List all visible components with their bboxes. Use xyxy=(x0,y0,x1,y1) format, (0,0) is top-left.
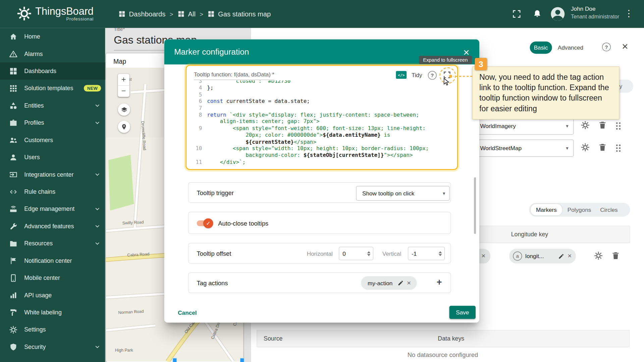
sidebar-item-white-labeling[interactable]: White labeling xyxy=(0,304,105,321)
tab-basic[interactable]: Basic xyxy=(530,42,552,54)
chevron-down-icon xyxy=(94,171,101,178)
sidebar-item-security[interactable]: Security xyxy=(0,338,105,355)
layer-settings-gear-icon[interactable] xyxy=(581,121,590,130)
layer-drag-handle[interactable] xyxy=(616,122,621,130)
fullscreen-icon[interactable] xyxy=(512,9,522,19)
customers-icon xyxy=(9,136,18,144)
auto-close-toggle[interactable]: ✓ xyxy=(197,221,212,226)
widget-resize-handle[interactable] xyxy=(172,358,177,362)
sidebar-item-customers[interactable]: Customers xyxy=(0,131,105,148)
sidebar-item-advanced-features[interactable]: Advanced features xyxy=(0,218,105,235)
markers-delete-trash-icon[interactable] xyxy=(611,251,620,260)
sidebar-item-integrations-center[interactable]: Integrations center xyxy=(0,166,105,183)
tag-action-name: my-action xyxy=(368,280,392,286)
sidebar-item-dashboards[interactable]: Dashboards xyxy=(0,62,105,79)
close-icon[interactable]: × xyxy=(565,252,576,260)
sidebar-item-rule-chains[interactable]: Rule chains xyxy=(0,183,105,200)
sidebar-item-notification-center[interactable]: Notification center xyxy=(0,252,105,269)
longitude-key-chip[interactable]: a longit... × xyxy=(509,249,576,263)
edit-pencil-icon[interactable] xyxy=(558,253,564,259)
dashboards-icon xyxy=(118,10,126,18)
map-layer-select[interactable]: WorldImagery ▾ xyxy=(473,117,574,134)
tag-actions-row: Tag actions my-action × + xyxy=(188,273,451,293)
tab-markers[interactable]: Markers xyxy=(530,203,562,216)
layers-button[interactable] xyxy=(118,104,130,116)
add-tag-action-plus-icon[interactable]: + xyxy=(437,277,442,288)
chevron-down-icon xyxy=(94,223,101,230)
tab-advanced[interactable]: Advanced xyxy=(558,44,583,51)
code-block-icon[interactable]: </> xyxy=(396,71,407,79)
avatar[interactable] xyxy=(549,6,566,22)
scrollbar-thumb[interactable] xyxy=(474,177,476,234)
sidebar-item-users[interactable]: Users xyxy=(0,148,105,166)
tooltip-trigger-select[interactable]: Show tooltip on click ▾ xyxy=(356,186,450,201)
integrations-icon xyxy=(9,170,18,179)
sidebar-item-alarms[interactable]: Alarms xyxy=(0,45,105,62)
save-button[interactable]: Save xyxy=(449,306,476,319)
marker-configuration-dialog: Marker configuration × Tooltip function:… xyxy=(164,40,479,323)
auto-close-row: ✓ Auto-close tooltips xyxy=(188,212,451,234)
auto-close-label: Auto-close tooltips xyxy=(218,220,268,227)
layer-drag-handle[interactable] xyxy=(616,144,621,152)
stepper-arrows[interactable] xyxy=(365,251,373,256)
layer-settings-gear-icon[interactable] xyxy=(581,143,590,152)
chevron-down-icon: ▾ xyxy=(566,145,573,151)
widget-resize-handle[interactable] xyxy=(240,358,244,362)
sidebar-item-api-usage[interactable]: API usage xyxy=(0,287,105,304)
breadcrumb-all[interactable]: All xyxy=(177,10,196,18)
horizontal-offset-field[interactable] xyxy=(339,247,373,260)
help-icon[interactable]: ? xyxy=(602,43,611,51)
notifications-bell-icon[interactable] xyxy=(532,9,542,19)
screen: ThingsBoard Professional Dashboards > Al… xyxy=(0,0,644,362)
map-layer-select[interactable]: WorldStreetMap ▾ xyxy=(473,139,574,157)
tidy-button[interactable]: Tidy xyxy=(412,72,422,78)
edit-pencil-icon[interactable] xyxy=(397,280,404,286)
sidebar-item-resources[interactable]: Resources xyxy=(0,235,105,252)
layer-delete-trash-icon[interactable] xyxy=(598,121,607,130)
zoom-out-button[interactable]: − xyxy=(118,85,129,97)
kebab-menu-icon[interactable]: ⋮ xyxy=(624,8,633,19)
no-datasource-text: No datasource configured xyxy=(257,351,629,358)
entities-icon xyxy=(9,101,18,110)
editor-help-icon[interactable]: ? xyxy=(428,71,437,80)
tooltip-trigger-row: Tooltip trigger Show tooltip on click ▾ xyxy=(188,182,451,203)
add-marker-button[interactable] xyxy=(118,121,130,133)
logo[interactable]: ThingsBoard Professional xyxy=(16,6,94,21)
close-icon[interactable]: × xyxy=(481,252,490,260)
tooltip-trigger-label: Tooltip trigger xyxy=(197,189,234,196)
vertical-offset-input[interactable] xyxy=(408,250,436,257)
tag-actions-label: Tag actions xyxy=(197,280,228,287)
tab-polygons[interactable]: Polygons xyxy=(562,206,596,213)
dashboard-icon xyxy=(207,10,215,18)
layer-delete-trash-icon[interactable] xyxy=(598,143,607,152)
briefcase-icon xyxy=(9,118,18,127)
sidebar-item-settings[interactable]: Settings xyxy=(0,321,105,338)
sidebar-item-entities[interactable]: Entities xyxy=(0,97,105,114)
close-icon[interactable]: × xyxy=(404,279,415,287)
horizontal-label: Horizontal xyxy=(307,250,333,257)
sidebar-item-profiles[interactable]: Profiles xyxy=(0,114,105,131)
chevron-down-icon: ▾ xyxy=(566,123,573,129)
code-rows[interactable]: 3 'closed': '#D12730'4};56const currentS… xyxy=(190,80,455,168)
stepper-arrows[interactable] xyxy=(436,251,444,256)
tab-circles[interactable]: Circles xyxy=(596,206,622,213)
breadcrumb-dashboards[interactable]: Dashboards xyxy=(118,10,166,18)
panel-close-icon[interactable]: × xyxy=(622,40,628,53)
new-badge: NEW xyxy=(84,85,101,92)
horizontal-offset-input[interactable] xyxy=(339,250,365,257)
user-block[interactable]: John Doe Tenant administrator xyxy=(571,5,619,20)
tag-action-chip[interactable]: my-action × xyxy=(361,276,417,290)
cancel-button[interactable]: Cancel xyxy=(172,307,203,319)
sidebar-item-edge-management[interactable]: Edge management xyxy=(0,200,105,218)
sidebar-item-mobile-center[interactable]: Mobile center xyxy=(0,269,105,286)
breadcrumb-current[interactable]: Gas stations map xyxy=(207,10,271,18)
vertical-label: Vertical xyxy=(382,250,401,257)
markers-settings-gear-icon[interactable] xyxy=(594,251,603,260)
breadcrumb-label: Gas stations map xyxy=(218,10,271,18)
alarm-icon xyxy=(9,50,18,58)
sidebar-item-home[interactable]: Home xyxy=(0,28,105,45)
vertical-offset-field[interactable] xyxy=(408,247,445,260)
sidebar-item-solution-templates[interactable]: Solution templatesNEW xyxy=(0,80,105,97)
zoom-in-button[interactable]: + xyxy=(118,74,129,85)
chevron-down-icon xyxy=(94,102,101,109)
